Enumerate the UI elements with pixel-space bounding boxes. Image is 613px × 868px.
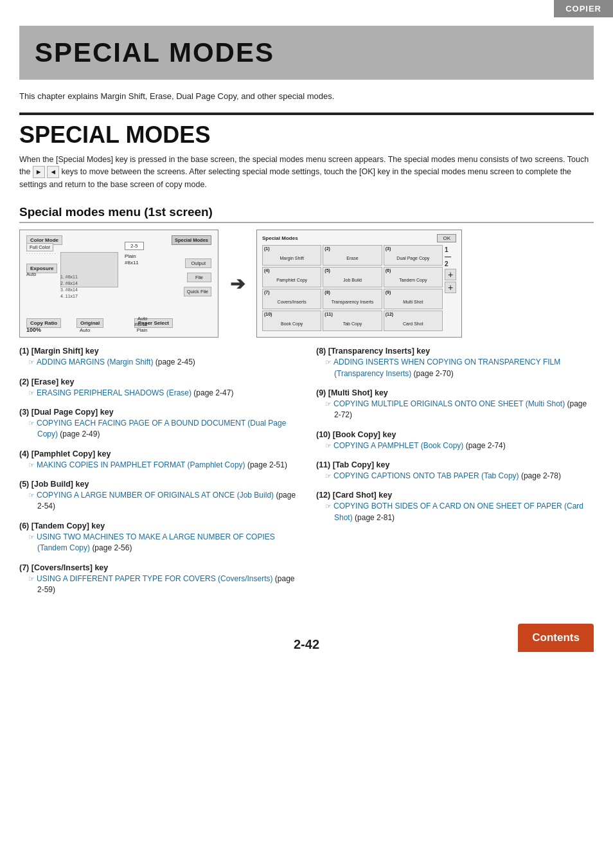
rs-num-2: (2) bbox=[324, 246, 330, 251]
rs-cell-4[interactable]: (4) Pamphlet Copy bbox=[262, 267, 321, 287]
item-link-11[interactable]: COPYING CAPTIONS ONTO TAB PAPER (Tab Cop… bbox=[325, 471, 594, 482]
rs-cell-10[interactable]: (10) Book Copy bbox=[262, 311, 321, 331]
item-label-9: (9) [Multi Shot] key bbox=[316, 388, 594, 397]
items-col-left: (1) [Margin Shift] key ADDING MARGINS (M… bbox=[19, 347, 297, 604]
rs-cell-11[interactable]: (11) Tab Copy bbox=[323, 311, 382, 331]
item-label-3: (3) [Dual Page Copy] key bbox=[19, 408, 297, 417]
item-label-10: (10) [Book Copy] key bbox=[316, 430, 594, 439]
item-label-6: (6) [Tandem Copy] key bbox=[19, 521, 297, 530]
rs-label-2: Erase bbox=[346, 256, 358, 260]
ls-paperval: Auto #8x11 Plain bbox=[134, 316, 147, 333]
right-screen: Special Modes OK (1) Margin Shift (2) Er… bbox=[256, 230, 462, 338]
list-item: (8) [Transparency Inserts] key ADDING IN… bbox=[316, 347, 594, 379]
screens-row: Color Mode Full Color ............ Expos… bbox=[19, 230, 594, 338]
item-label-1: (1) [Margin Shift] key bbox=[19, 347, 297, 356]
item-link-3[interactable]: COPYING EACH FACING PAGE OF A BOUND DOCU… bbox=[28, 418, 297, 440]
rs-num-3: (3) bbox=[386, 246, 391, 251]
contents-button[interactable]: Contents bbox=[518, 624, 594, 652]
rs-label-9: Multi Shot bbox=[403, 300, 423, 304]
ls-file: File bbox=[187, 273, 211, 282]
rs-label-3: Dual Page Copy bbox=[396, 256, 429, 260]
ls-100: 100% bbox=[26, 327, 41, 333]
rs-num-7: (7) bbox=[264, 290, 270, 294]
items-col-right: (8) [Transparency Inserts] key ADDING IN… bbox=[316, 347, 594, 604]
item-link-6[interactable]: USING TWO MACHINES TO MAKE A LARGE NUMBE… bbox=[28, 532, 297, 554]
list-item: (10) [Book Copy] key COPYING A PAMPHLET … bbox=[316, 430, 594, 451]
list-item: (11) [Tab Copy] key COPYING CAPTIONS ONT… bbox=[316, 460, 594, 482]
ls-auto2: Auto bbox=[80, 327, 90, 333]
chapter-subtitle: This chapter explains Margin Shift, Eras… bbox=[19, 91, 594, 101]
list-item: (6) [Tandem Copy] key USING TWO MACHINES… bbox=[19, 521, 297, 554]
item-link-9[interactable]: COPYING MULTIPLE ORIGINALS ONTO ONE SHEE… bbox=[325, 399, 594, 421]
page-number: 2-42 bbox=[211, 637, 402, 652]
rs-num-6: (6) bbox=[386, 268, 391, 273]
rs-cell-3[interactable]: (3) Dual Page Copy bbox=[384, 245, 443, 266]
ls-copy-num: 2-5 bbox=[125, 242, 144, 250]
item-link-1[interactable]: ADDING MARGINS (Margin Shift) (page 2-45… bbox=[28, 357, 297, 368]
rs-minus-btn[interactable]: + bbox=[445, 282, 456, 293]
section-divider bbox=[19, 113, 594, 115]
rs-num-9: (9) bbox=[386, 290, 391, 294]
item-label-11: (11) [Tab Copy] key bbox=[316, 460, 594, 469]
key-forward: ► bbox=[33, 166, 45, 178]
arrow-right-icon: ➔ bbox=[230, 273, 245, 294]
rs-plus-btn[interactable]: + bbox=[445, 269, 456, 280]
list-item: (1) [Margin Shift] key ADDING MARGINS (M… bbox=[19, 347, 297, 368]
item-link-8[interactable]: ADDING INSERTS WHEN COPYING ON TRANSPARE… bbox=[325, 357, 594, 379]
rs-label-6: Tandem Copy bbox=[399, 278, 427, 282]
item-link-7[interactable]: USING A DIFFERENT PAPER TYPE FOR COVERS … bbox=[28, 574, 297, 596]
key-back: ◄ bbox=[47, 166, 59, 178]
list-item: (3) [Dual Page Copy] key COPYING EACH FA… bbox=[19, 408, 297, 440]
rs-num-11: (11) bbox=[324, 312, 332, 316]
chapter-title-box: SPECIAL MODES bbox=[19, 26, 594, 80]
item-label-12: (12) [Card Shot] key bbox=[316, 491, 594, 500]
left-screen: Color Mode Full Color ............ Expos… bbox=[19, 230, 218, 338]
rs-label-7: Covers/Inserts bbox=[278, 300, 306, 304]
rs-cell-9[interactable]: (9) Multi Shot bbox=[384, 289, 443, 309]
rs-cell-8[interactable]: (8) Transparency Inserts bbox=[323, 289, 382, 309]
item-link-5[interactable]: COPYING A LARGE NUMBER OF ORIGINALS AT O… bbox=[28, 490, 297, 512]
ls-sp-modes: Special Modes bbox=[172, 235, 211, 245]
rs-cell-1[interactable]: (1) Margin Shift bbox=[262, 245, 321, 266]
item-link-2[interactable]: ERASING PERIPHERAL SHADOWS (Erase) (page… bbox=[28, 388, 297, 399]
rs-spmodes-label: Special Modes bbox=[262, 235, 298, 241]
list-item: (4) [Pamphlet Copy] key MAKING COPIES IN… bbox=[19, 449, 297, 471]
list-item: (5) [Job Build] key COPYING A LARGE NUMB… bbox=[19, 480, 297, 512]
item-link-4[interactable]: MAKING COPIES IN PAMPHLET FORMAT (Pamphl… bbox=[28, 460, 297, 471]
ls-nums: 1. #8x11 2. #8x14 3. #8x14 4. 11x17 bbox=[60, 274, 78, 299]
item-link-12[interactable]: COPYING BOTH SIDES OF A CARD ON ONE SHEE… bbox=[325, 501, 594, 523]
rs-grid: (1) Margin Shift (2) Erase (3) Dual Page… bbox=[262, 245, 443, 331]
item-label-4: (4) [Pamphlet Copy] key bbox=[19, 449, 297, 458]
ls-pxll: #8x11 bbox=[125, 260, 139, 266]
rs-cell-2[interactable]: (2) Erase bbox=[323, 245, 382, 266]
item-link-10[interactable]: COPYING A PAMPHLET (Book Copy) (page 2-7… bbox=[325, 440, 594, 451]
chapter-title: SPECIAL MODES bbox=[35, 37, 578, 68]
list-item: (7) [Covers/Inserts] key USING A DIFFERE… bbox=[19, 563, 297, 596]
rs-label-10: Book Copy bbox=[281, 321, 303, 326]
rs-cell-5[interactable]: (5) Job Build bbox=[323, 267, 382, 287]
ls-original: Original bbox=[76, 318, 103, 328]
list-item: (12) [Card Shot] key COPYING BOTH SIDES … bbox=[316, 491, 594, 523]
rs-cell-12[interactable]: (12) Card Shot bbox=[384, 311, 443, 331]
rs-num-4: (4) bbox=[264, 268, 270, 273]
rs-header: Special Modes OK bbox=[262, 234, 456, 242]
rs-num-10: (10) bbox=[264, 312, 272, 316]
rs-cell-6[interactable]: (6) Tandem Copy bbox=[384, 267, 443, 287]
rs-label-12: Card Shot bbox=[403, 321, 423, 326]
rs-label-5: Job Build bbox=[343, 278, 362, 282]
ls-dotted: ............ bbox=[26, 250, 57, 255]
rs-label-1: Margin Shift bbox=[280, 256, 303, 260]
rs-num-5: (5) bbox=[324, 268, 330, 273]
ls-plain: Plain bbox=[125, 253, 136, 259]
rs-cell-7[interactable]: (7) Covers/Inserts bbox=[262, 289, 321, 309]
header-label: COPIER bbox=[554, 0, 613, 17]
item-label-7: (7) [Covers/Inserts] key bbox=[19, 563, 297, 572]
rs-page-indicator: 1—2 bbox=[445, 246, 456, 267]
rs-num-12: (12) bbox=[386, 312, 393, 316]
footer: 2-42 Contents bbox=[19, 624, 594, 658]
item-label-2: (2) [Erase] key bbox=[19, 377, 297, 386]
list-item: (2) [Erase] key ERASING PERIPHERAL SHADO… bbox=[19, 377, 297, 399]
item-label-5: (5) [Job Build] key bbox=[19, 480, 297, 489]
intro-text: When the [Special Modes] key is pressed … bbox=[19, 154, 594, 191]
rs-ok-btn[interactable]: OK bbox=[437, 234, 456, 242]
